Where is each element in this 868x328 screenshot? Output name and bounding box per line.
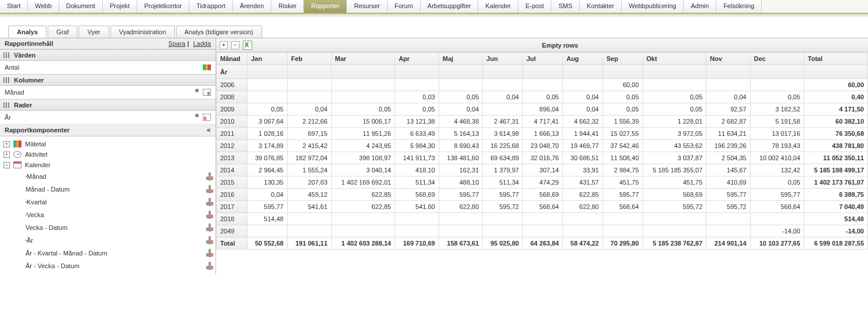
add-row-icon[interactable]	[210, 198, 211, 206]
row-header[interactable]: 2016	[217, 189, 248, 201]
filter-icon[interactable]	[193, 89, 200, 96]
row-header[interactable]: 2013	[217, 152, 248, 164]
row-header[interactable]: 2017	[217, 201, 248, 213]
nav-tab-kalender[interactable]: Kalender	[478, 0, 518, 13]
nav-tab-ärenden[interactable]: Ärenden	[233, 0, 272, 13]
row-header[interactable]: 2009	[217, 103, 248, 116]
nav-tab-resurser[interactable]: Resurser	[347, 0, 388, 13]
excel-export-icon[interactable]	[243, 41, 252, 50]
nav-tab-rapporter[interactable]: Rapporter	[304, 0, 347, 13]
tree-child[interactable]: Vecka - Datum	[3, 221, 216, 234]
tree-child[interactable]: Kvartal	[3, 196, 216, 208]
chart-icon[interactable]	[203, 64, 211, 70]
subtab-1[interactable]: Graf	[48, 26, 77, 38]
row-header[interactable]: 2006	[217, 79, 248, 91]
cell: 37 542,46	[602, 140, 643, 152]
expand-icon[interactable]: +	[3, 141, 10, 147]
add-row-icon[interactable]	[210, 262, 211, 270]
add-row-icon[interactable]	[210, 224, 211, 232]
row-header[interactable]: 2018	[217, 213, 248, 225]
subtab-4[interactable]: Analys (tidigare version)	[176, 26, 262, 38]
add-row-icon[interactable]	[203, 114, 211, 121]
tree-node-activity[interactable]: + Aktivitet	[3, 149, 216, 160]
add-row-icon[interactable]	[210, 236, 211, 244]
tree-child[interactable]: Månad	[3, 170, 216, 183]
nav-tab-projekt[interactable]: Projekt	[103, 0, 137, 13]
columns-item[interactable]: Månad	[0, 86, 216, 99]
row-total: 11 052 350,11	[804, 152, 868, 164]
cell	[331, 79, 395, 91]
tree-node-metric[interactable]: + Mätetal	[3, 139, 216, 149]
row-header[interactable]: 2012	[217, 140, 248, 152]
tree-node-calendar[interactable]: − Kalender	[3, 160, 216, 170]
col-header[interactable]: Jan	[248, 53, 288, 65]
save-link[interactable]: Spara	[168, 40, 185, 47]
cell: 4 662,32	[562, 116, 602, 128]
table-row: 2049-14,00-14,00	[217, 225, 868, 237]
col-header[interactable]: Maj	[439, 53, 483, 65]
add-column-icon[interactable]	[203, 89, 211, 96]
rows-item[interactable]: År	[0, 111, 216, 124]
tree-child[interactable]: År	[3, 234, 216, 247]
values-item-label: Antal	[5, 64, 19, 71]
nav-tab-kontakter[interactable]: Kontakter	[580, 0, 622, 13]
filter-icon[interactable]	[193, 114, 200, 121]
col-header[interactable]: Jul	[523, 53, 563, 65]
nav-tab-arbetsuppgifter[interactable]: Arbetsuppgifter	[421, 0, 479, 13]
nav-tab-e-post[interactable]: E-post	[518, 0, 551, 13]
nav-tab-forum[interactable]: Forum	[388, 0, 421, 13]
load-link[interactable]: Ladda	[193, 40, 211, 47]
row-header[interactable]: 2010	[217, 116, 248, 128]
tree-child[interactable]: Månad - Datum	[3, 183, 216, 196]
collapse-icon[interactable]: «	[207, 126, 211, 134]
nav-tab-felsökning[interactable]: Felsökning	[716, 0, 762, 13]
expand-all-button[interactable]: +	[220, 41, 228, 49]
nav-tab-start[interactable]: Start	[0, 0, 28, 13]
col-header[interactable]: Sep	[602, 53, 643, 65]
totals-row: Total50 552,68191 061,111 402 603 288,14…	[217, 237, 868, 250]
nav-tab-projektkontor[interactable]: Projektkontor	[137, 0, 189, 13]
header-month: Månad	[217, 53, 248, 65]
col-header[interactable]: Mar	[331, 53, 395, 65]
cell	[287, 79, 331, 91]
cell: 138 481,60	[439, 152, 483, 164]
nav-tab-tidrapport[interactable]: Tidrapport	[189, 0, 233, 13]
row-header[interactable]: 2014	[217, 164, 248, 176]
nav-tab-webb[interactable]: Webb	[28, 0, 59, 13]
nav-tab-admin[interactable]: Admin	[684, 0, 716, 13]
col-header[interactable]: Apr	[395, 53, 439, 65]
cell: 13 017,16	[750, 128, 804, 140]
col-header[interactable]: Aug	[562, 53, 602, 65]
add-row-icon[interactable]	[210, 249, 211, 257]
add-row-icon[interactable]	[210, 172, 211, 181]
expand-icon[interactable]: +	[3, 152, 10, 158]
col-header[interactable]: Dec	[750, 53, 804, 65]
collapse-all-button[interactable]: −	[231, 41, 239, 49]
subtab-3[interactable]: Vyadministration	[110, 26, 175, 38]
cell	[706, 79, 751, 91]
row-header[interactable]: 2049	[217, 225, 248, 237]
nav-tab-sms[interactable]: SMS	[551, 0, 580, 13]
row-header[interactable]: 2015	[217, 176, 248, 189]
col-header[interactable]: Nov	[706, 53, 751, 65]
col-header[interactable]: Feb	[287, 53, 331, 65]
tree-child[interactable]: År - Vecka - Datum	[3, 259, 216, 272]
nav-tab-dokument[interactable]: Dokument	[59, 0, 103, 13]
cell: 622,85	[562, 189, 602, 201]
subtab-0[interactable]: Analys	[8, 26, 46, 38]
add-row-icon[interactable]	[210, 211, 211, 219]
values-item[interactable]: Antal	[0, 61, 216, 74]
nav-tab-risker[interactable]: Risker	[271, 0, 304, 13]
cell: 4 717,41	[523, 116, 563, 128]
nav-tab-webbpublicering[interactable]: Webbpublicering	[622, 0, 684, 13]
tree-child[interactable]: År - Kvartal - Månad - Datum	[3, 247, 216, 259]
col-header[interactable]: Jun	[483, 53, 523, 65]
collapse-icon[interactable]: −	[3, 162, 10, 168]
tree-child[interactable]: Vecka	[3, 208, 216, 221]
add-row-icon[interactable]	[210, 185, 211, 193]
row-header[interactable]: 2011	[217, 128, 248, 140]
cell: 39 076,85	[248, 152, 288, 164]
row-header[interactable]: 2008	[217, 91, 248, 103]
col-header[interactable]: Okt	[643, 53, 706, 65]
subtab-2[interactable]: Vyer	[78, 26, 109, 38]
